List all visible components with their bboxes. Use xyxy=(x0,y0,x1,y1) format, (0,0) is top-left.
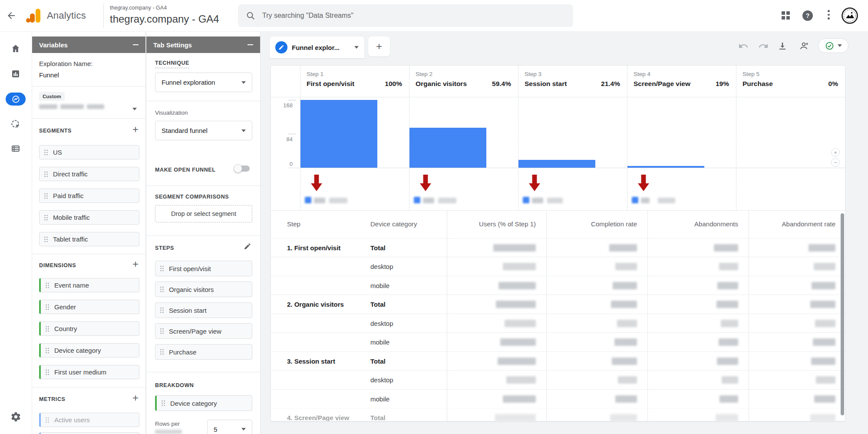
save-status-button[interactable] xyxy=(818,38,848,53)
edit-steps-button[interactable] xyxy=(244,242,251,250)
share-button[interactable] xyxy=(798,41,809,51)
metric-chip[interactable]: Active users xyxy=(39,413,139,427)
nav-advertising[interactable] xyxy=(10,119,21,129)
date-range-caret-icon[interactable] xyxy=(132,108,137,110)
segment-chip[interactable]: Tablet traffic xyxy=(39,232,139,246)
exploration-name-value[interactable]: Funnel xyxy=(39,71,59,79)
help-icon[interactable]: ? xyxy=(802,10,813,21)
zoom-out-button[interactable]: − xyxy=(831,158,840,167)
redacted-value xyxy=(505,320,536,327)
technique-select[interactable]: Funnel exploration xyxy=(155,73,252,92)
nav-admin[interactable] xyxy=(10,411,21,422)
drag-handle-icon xyxy=(45,325,50,332)
funnel-column-5[interactable]: Step 5 Purchase 0% xyxy=(736,66,845,210)
step-number: Step 2 xyxy=(416,71,432,77)
table-row[interactable]: mobile xyxy=(271,332,845,351)
table-header-abandonments[interactable]: Abandonments xyxy=(647,210,738,238)
redacted-value xyxy=(547,198,563,203)
search-bar[interactable] xyxy=(238,4,573,27)
advertising-icon xyxy=(10,119,21,129)
segment-chip[interactable]: Direct traffic xyxy=(39,167,139,181)
table-header-device[interactable]: Device category xyxy=(370,210,417,238)
table-row[interactable]: 4. Screen/Page view Total xyxy=(271,408,845,421)
download-button[interactable] xyxy=(777,41,788,51)
table-row[interactable]: 2. Organic visitors Total xyxy=(271,295,845,313)
exploration-name-label: Exploration Name: xyxy=(39,60,92,67)
drag-handle-icon xyxy=(44,236,48,243)
segment-chip[interactable]: Paid traffic xyxy=(39,189,139,203)
segment-drop-zone[interactable]: Drop or select segment xyxy=(155,205,252,222)
add-segment-button[interactable]: + xyxy=(132,125,139,134)
nav-reports[interactable] xyxy=(10,69,21,79)
nav-library[interactable] xyxy=(10,143,21,154)
avatar[interactable] xyxy=(842,7,858,24)
dimension-chip[interactable]: Country xyxy=(39,321,139,336)
undo-button[interactable] xyxy=(738,41,749,51)
breakdown-chip[interactable]: Device category xyxy=(155,395,252,411)
dimension-chip-label: First user medium xyxy=(54,368,106,376)
table-row[interactable]: mobile xyxy=(271,389,845,408)
funnel-column-1[interactable]: Step 1 First open/visit 100% xyxy=(300,66,409,210)
apps-grid-icon[interactable] xyxy=(782,11,790,20)
drag-handle-icon xyxy=(160,328,164,335)
funnel-bar xyxy=(409,128,486,168)
exploration-tab[interactable]: Funnel explor... xyxy=(270,36,364,58)
table-row[interactable]: 3. Session start Total xyxy=(271,351,845,370)
metric-chip-partial[interactable] xyxy=(39,432,139,434)
table-header-step[interactable]: Step xyxy=(287,210,300,238)
dimension-chip[interactable]: Device category xyxy=(39,343,139,358)
nav-explore-active[interactable] xyxy=(6,93,26,106)
funnel-step-chip[interactable]: First open/visit xyxy=(155,261,252,276)
collapse-variables-button[interactable] xyxy=(133,44,139,45)
dimension-chip[interactable]: First user medium xyxy=(39,365,139,379)
add-tab-button[interactable]: + xyxy=(368,36,390,56)
funnel-step-chip[interactable]: Session start xyxy=(155,302,252,318)
segment-chip[interactable]: Mobile traffic xyxy=(39,210,139,225)
collapse-tab-settings-button[interactable] xyxy=(248,44,253,45)
funnel-step-chip[interactable]: Screen/Page view xyxy=(155,323,252,339)
zoom-in-button[interactable]: + xyxy=(831,148,840,157)
chevron-down-icon xyxy=(241,81,246,84)
back-button[interactable] xyxy=(6,10,17,21)
table-header-abandonment-rate[interactable]: Abandonment rate xyxy=(749,210,835,238)
search-input[interactable] xyxy=(261,11,524,20)
add-dimension-button[interactable]: + xyxy=(132,260,139,268)
table-row[interactable]: desktop xyxy=(271,257,845,275)
table-row[interactable]: 1. First open/visit Total xyxy=(271,238,845,257)
funnel-column-4[interactable]: Step 4 Screen/Page view 19% xyxy=(627,66,736,210)
arrow-back-icon xyxy=(6,10,17,21)
add-metric-button[interactable]: + xyxy=(132,394,139,402)
table-row[interactable]: desktop xyxy=(271,370,845,389)
drag-handle-icon xyxy=(160,307,164,314)
open-funnel-toggle[interactable] xyxy=(235,166,250,172)
table-row[interactable]: desktop xyxy=(271,314,845,332)
date-range-selector[interactable]: Custom xyxy=(39,92,104,109)
rows-per-select[interactable]: 5 xyxy=(207,420,252,434)
drag-handle-icon xyxy=(160,348,164,355)
table-header-completion-rate[interactable]: Completion rate xyxy=(546,210,637,238)
redo-button[interactable] xyxy=(758,41,769,51)
table-row[interactable]: mobile xyxy=(271,276,845,295)
property-breadcrumb: thegray.company - GA4 xyxy=(110,5,167,11)
visualization-select[interactable]: Standard funnel xyxy=(155,121,252,140)
nav-home[interactable] xyxy=(10,43,21,54)
product-name[interactable]: Analytics xyxy=(47,10,86,21)
property-selector[interactable]: thegray.company - GA4 xyxy=(110,13,219,25)
funnel-column-2[interactable]: Step 2 Organic visitors 59.4% xyxy=(409,66,518,210)
table-scrollbar[interactable] xyxy=(841,213,844,415)
funnel-step-chip[interactable]: Purchase xyxy=(155,344,252,360)
redacted-value xyxy=(503,395,536,403)
redacted-value xyxy=(632,197,638,203)
technique-label: TECHNIQUE xyxy=(155,60,189,68)
segment-chip[interactable]: US xyxy=(39,145,139,159)
overflow-menu-icon[interactable] xyxy=(828,10,830,20)
funnel-column-3[interactable]: Step 3 Session start 21.4% xyxy=(518,66,627,210)
table-header-users[interactable]: Users (% of Step 1) xyxy=(447,210,536,238)
redacted-value xyxy=(813,338,835,346)
tab-caret-icon[interactable] xyxy=(354,46,359,49)
dimension-chip[interactable]: Gender xyxy=(39,300,139,314)
date-range-badge: Custom xyxy=(39,92,65,101)
dimension-chip[interactable]: Event name xyxy=(39,278,139,292)
analytics-logo-icon[interactable] xyxy=(24,7,43,25)
funnel-step-chip[interactable]: Organic visitors xyxy=(155,282,252,297)
